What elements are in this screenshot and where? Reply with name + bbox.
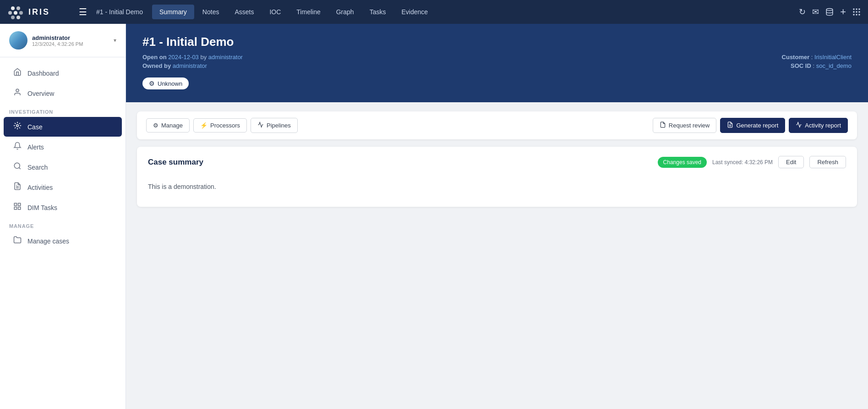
svg-rect-13 [859,11,860,13]
svg-rect-24 [18,203,21,205]
sidebar-item-label-case: Case [27,123,43,131]
case-title-nav: #1 - Initial Demo [96,8,143,16]
sidebar-item-label-search: Search [27,164,48,171]
sidebar-item-dim-tasks[interactable]: DIM Tasks [4,198,122,217]
svg-point-18 [16,125,19,127]
svg-rect-9 [856,9,857,10]
summary-header: Case summary Changes saved Last synced: … [148,156,846,168]
pipelines-button[interactable]: Pipelines [251,118,298,133]
dim-tasks-icon [13,202,22,213]
logo-icon [7,4,24,20]
sidebar-item-dashboard[interactable]: Dashboard [4,63,122,83]
top-navigation: IRIS ☰ #1 - Initial Demo Summary Notes A… [0,0,868,24]
generate-report-button[interactable]: Generate report [720,118,785,133]
sidebar: administrator 12/3/2024, 4:32:26 PM ▾ Da… [0,24,126,409]
open-on-label: Open on [142,54,167,61]
case-meta-right: Customer : IrisInitialClient SOC ID : so… [782,54,852,71]
main-layout: administrator 12/3/2024, 4:32:26 PM ▾ Da… [0,24,868,409]
request-review-button[interactable]: Request review [653,118,717,133]
owned-by-label: Owned by [142,62,171,69]
case-body: ⚙ Manage ⚡ Processors Pipelines [126,102,868,409]
badge-gear-icon: ⚙ [149,80,155,87]
hamburger-menu[interactable]: ☰ [79,6,87,17]
svg-rect-16 [859,14,860,16]
sidebar-item-overview[interactable]: Overview [4,83,122,103]
investigation-section-label: INVESTIGATION [0,104,126,116]
svg-line-20 [19,167,20,169]
logo-area: IRIS [7,4,71,20]
activities-icon [13,182,22,193]
database-icon[interactable] [825,8,834,16]
sidebar-item-case[interactable]: Case [4,117,122,137]
sidebar-item-label-activities: Activities [27,184,53,191]
manage-section-label: MANAGE [0,218,126,231]
summary-card: Case summary Changes saved Last synced: … [137,147,857,207]
svg-point-0 [11,6,15,10]
svg-point-17 [16,89,19,92]
tab-graph[interactable]: Graph [329,5,361,19]
processors-icon: ⚡ [200,122,207,129]
tab-notes[interactable]: Notes [195,5,227,19]
badge-label: Unknown [158,80,182,87]
activity-report-icon [796,122,802,129]
home-icon [13,68,22,78]
sidebar-item-manage-cases[interactable]: Manage cases [4,231,122,251]
manage-cases-icon [13,236,22,246]
sidebar-item-label-overview: Overview [27,90,54,97]
sidebar-item-label-dashboard: Dashboard [27,70,59,77]
add-icon[interactable]: + [840,6,846,18]
open-date: 2024-12-03 [168,54,200,61]
review-icon [660,122,666,129]
nav-actions: ↻ ✉ + [799,6,861,18]
tab-tasks[interactable]: Tasks [362,5,393,19]
owned-by-value: administrator [173,62,207,69]
generate-report-icon [727,122,733,129]
summary-title: Case summary [148,158,203,167]
soc-id-info: SOC ID : soc_id_demo [782,62,852,69]
tab-evidence[interactable]: Evidence [394,5,435,19]
mail-icon[interactable]: ✉ [812,7,819,17]
tab-summary[interactable]: Summary [152,5,194,19]
sidebar-item-alerts[interactable]: Alerts [4,137,122,157]
search-icon [13,162,22,172]
edit-button[interactable]: Edit [778,156,804,168]
summary-content: This is a demonstration. [148,176,846,198]
svg-rect-25 [14,207,16,210]
open-on-text: Open on 2024-12-03 by administrator [142,54,243,61]
sidebar-user: administrator 12/3/2024, 4:32:26 PM ▾ [0,24,126,57]
content-area: #1 - Initial Demo Open on 2024-12-03 by … [126,24,868,409]
sidebar-item-label-dim-tasks: DIM Tasks [27,204,57,211]
sidebar-item-label-alerts: Alerts [27,144,44,151]
apps-icon[interactable] [852,8,861,16]
sidebar-item-activities[interactable]: Activities [4,177,122,197]
case-header: #1 - Initial Demo Open on 2024-12-03 by … [126,24,868,102]
processors-button[interactable]: ⚡ Processors [193,118,247,133]
svg-rect-15 [856,14,857,16]
alerts-icon [13,142,22,152]
last-synced-text: Last synced: 4:32:26 PM [712,159,773,166]
case-meta: Open on 2024-12-03 by administrator Owne… [142,54,852,89]
refresh-icon[interactable]: ↻ [799,7,806,17]
tab-ioc[interactable]: IOC [262,5,288,19]
case-header-title: #1 - Initial Demo [142,35,852,49]
svg-point-7 [826,9,833,11]
manage-gear-icon: ⚙ [153,122,158,129]
activity-report-button[interactable]: Activity report [789,118,848,133]
pipelines-icon [257,122,264,129]
logo-text: IRIS [28,7,50,17]
refresh-button[interactable]: Refresh [809,156,846,168]
user-menu-chevron[interactable]: ▾ [114,37,116,44]
owned-by-text: Owned by administrator [142,62,243,69]
soc-id-value: soc_id_demo [816,62,852,69]
svg-rect-26 [18,207,21,210]
tab-assets[interactable]: Assets [227,5,261,19]
toolbar-card: ⚙ Manage ⚡ Processors Pipelines [137,111,857,139]
sidebar-item-search[interactable]: Search [4,157,122,177]
summary-actions: Changes saved Last synced: 4:32:26 PM Ed… [658,156,846,168]
customer-label: Customer [782,54,810,61]
manage-button[interactable]: ⚙ Manage [146,118,190,133]
case-icon [13,122,22,132]
soc-id-label: SOC ID [791,62,811,69]
tab-timeline[interactable]: Timeline [289,5,328,19]
status-badge[interactable]: ⚙ Unknown [142,77,189,89]
